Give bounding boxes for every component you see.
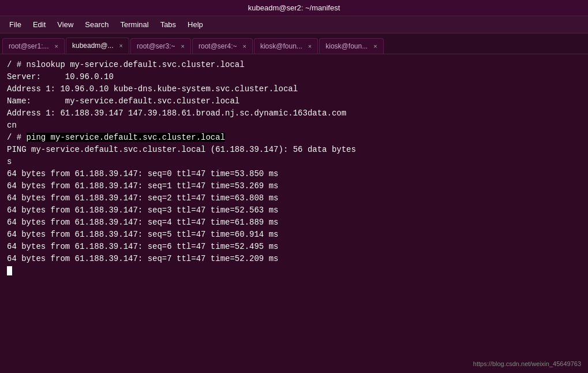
terminal-line: / # ping my-service.default.svc.cluster.… — [7, 132, 581, 144]
tab-close-3[interactable]: × — [243, 43, 246, 50]
watermark: https://blog.csdn.net/weixin_45649763 — [473, 359, 581, 369]
terminal-line: 64 bytes from 61.188.39.147: seq=0 ttl=4… — [7, 168, 581, 180]
tab-3[interactable]: root@ser4:~× — [192, 38, 253, 54]
terminal-line: s — [7, 156, 581, 168]
tab-close-0[interactable]: × — [55, 43, 58, 50]
terminal-line: cn — [7, 120, 581, 132]
tab-close-4[interactable]: × — [308, 43, 312, 50]
terminal-cursor — [7, 266, 12, 275]
cursor-line — [7, 265, 581, 277]
tab-label-4: kiosk@foun... — [260, 42, 302, 50]
menu-item-tabs[interactable]: Tabs — [156, 18, 181, 31]
menu-bar: FileEditViewSearchTerminalTabsHelp — [0, 16, 588, 33]
terminal-line: 64 bytes from 61.188.39.147: seq=1 ttl=4… — [7, 180, 581, 192]
terminal-line: 64 bytes from 61.188.39.147: seq=3 ttl=4… — [7, 204, 581, 217]
tab-label-3: root@ser4:~ — [199, 42, 237, 50]
tab-0[interactable]: root@ser1:...× — [2, 38, 65, 54]
terminal-line: Server: 10.96.0.10 — [7, 71, 581, 83]
tab-close-1[interactable]: × — [119, 43, 123, 49]
menu-item-file[interactable]: File — [5, 18, 26, 31]
terminal-line: 64 bytes from 61.188.39.147: seq=6 ttl=4… — [7, 241, 581, 253]
tab-bar: root@ser1:...×kubeadm@...×root@ser3:~×ro… — [0, 33, 588, 54]
tab-close-5[interactable]: × — [373, 43, 377, 50]
tab-5[interactable]: kiosk@foun...× — [319, 38, 383, 54]
menu-item-view[interactable]: View — [53, 18, 78, 31]
title-text: kubeadm@ser2: ~/manifest — [248, 3, 340, 12]
terminal-line: / # nslookup my-service.default.svc.clus… — [7, 59, 581, 71]
tab-close-2[interactable]: × — [181, 43, 185, 50]
terminal-line: 64 bytes from 61.188.39.147: seq=4 ttl=4… — [7, 217, 581, 229]
tab-label-1: kubeadm@... — [72, 42, 114, 50]
terminal-line: Address 1: 10.96.0.10 kube-dns.kube-syst… — [7, 83, 581, 95]
menu-item-help[interactable]: Help — [183, 18, 208, 31]
terminal-line: Address 1: 61.188.39.147 147.39.188.61.b… — [7, 107, 581, 120]
terminal-line: 64 bytes from 61.188.39.147: seq=5 ttl=4… — [7, 229, 581, 241]
menu-item-search[interactable]: Search — [80, 18, 113, 31]
tab-2[interactable]: root@ser3:~× — [130, 38, 191, 54]
tab-label-0: root@ser1:... — [9, 42, 49, 50]
menu-item-terminal[interactable]: Terminal — [116, 18, 153, 31]
tab-label-2: root@ser3:~ — [137, 42, 175, 50]
tab-4[interactable]: kiosk@foun...× — [254, 38, 318, 54]
terminal-line: 64 bytes from 61.188.39.147: seq=2 ttl=4… — [7, 192, 581, 204]
terminal-line: 64 bytes from 61.188.39.147: seq=7 ttl=4… — [7, 253, 581, 265]
tab-1[interactable]: kubeadm@...× — [66, 38, 129, 54]
menu-item-edit[interactable]: Edit — [28, 18, 50, 31]
terminal-line: Name: my-service.default.svc.cluster.loc… — [7, 95, 581, 107]
title-bar: kubeadm@ser2: ~/manifest — [0, 0, 588, 16]
terminal-content[interactable]: / # nslookup my-service.default.svc.clus… — [0, 54, 588, 373]
terminal-line: PING my-service.default.svc.cluster.loca… — [7, 144, 581, 156]
tab-label-5: kiosk@foun... — [325, 42, 368, 50]
